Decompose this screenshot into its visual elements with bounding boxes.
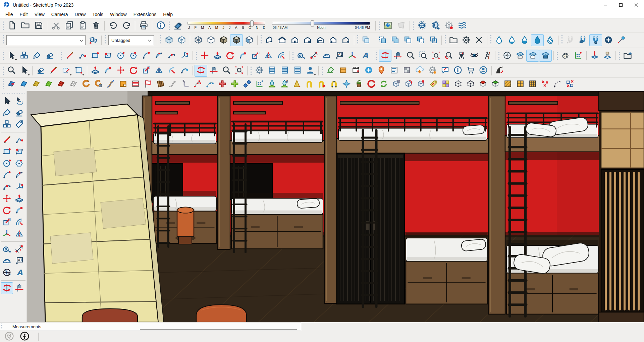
plugin-table-button[interactable] xyxy=(129,79,142,90)
quick-zoom-2-button[interactable] xyxy=(220,65,233,77)
undo-button[interactable] xyxy=(106,19,120,32)
measurements-input[interactable] xyxy=(140,324,297,330)
plugin-hatch-square-button[interactable] xyxy=(501,79,514,90)
follow-me-tool-button[interactable] xyxy=(236,50,249,62)
bezier-tool-button[interactable] xyxy=(178,65,191,77)
rotated-rectangle-tool-button[interactable] xyxy=(102,50,114,62)
help-info-button[interactable] xyxy=(451,65,464,77)
freehand-tool-palette-button[interactable] xyxy=(13,134,25,146)
toolbar-drag-handle[interactable] xyxy=(2,66,4,76)
quick-push-pull-button[interactable] xyxy=(89,65,102,77)
add-item-button[interactable] xyxy=(362,65,375,77)
plugin-cube-top-green-button[interactable] xyxy=(489,79,501,90)
rectangle-tool-palette-button[interactable] xyxy=(1,146,13,158)
rectangle-tool-button[interactable] xyxy=(89,50,102,62)
plugin-box-arrow-button[interactable] xyxy=(390,79,402,90)
item-list-button[interactable] xyxy=(388,65,400,77)
section-display-toggle-button[interactable] xyxy=(526,50,539,62)
cloud-download-button[interactable] xyxy=(413,65,426,77)
plugin-points-blue-button[interactable] xyxy=(204,79,216,90)
shadow-date-slider[interactable]: JFMAMJJASOND xyxy=(187,22,266,30)
pie-tool-button[interactable] xyxy=(178,50,191,62)
sandbox-smoove-button[interactable] xyxy=(588,50,601,62)
toolbar-drag-handle[interactable] xyxy=(292,51,294,61)
layers-panel-1-button[interactable] xyxy=(266,65,278,77)
quick-rotate-button[interactable] xyxy=(127,65,140,77)
section-plane-tool-button[interactable] xyxy=(514,50,526,62)
plugin-loop-points-button[interactable] xyxy=(328,79,340,90)
date-slider-thumb[interactable] xyxy=(250,20,254,26)
zoom-extents-tool-button[interactable] xyxy=(430,50,442,62)
close-tool-button[interactable] xyxy=(473,34,485,46)
pan-tool-button[interactable] xyxy=(391,50,404,62)
extension-tool-4-button[interactable] xyxy=(455,19,469,32)
plugin-recycle-button[interactable] xyxy=(377,79,390,90)
eraser-tool-button[interactable] xyxy=(43,50,56,62)
plugin-pipe-button[interactable] xyxy=(166,79,179,90)
lasso-select-tool-palette-button[interactable] xyxy=(13,95,25,107)
style-hidden-line-button[interactable] xyxy=(205,34,217,46)
text-tool-button[interactable]: A1 xyxy=(333,50,346,62)
extension-tool-2-button[interactable] xyxy=(429,19,442,32)
3d-text-tool-palette-button[interactable]: A xyxy=(13,267,25,279)
toolbar-drag-handle[interactable] xyxy=(2,21,4,31)
move-tool-button[interactable] xyxy=(198,50,211,62)
menu-item-draw[interactable]: Draw xyxy=(71,11,89,18)
quick-eraser-button[interactable] xyxy=(34,65,47,77)
scenes-combobox[interactable] xyxy=(6,35,86,45)
tape-measure-tool-button[interactable] xyxy=(295,50,308,62)
minimize-button[interactable] xyxy=(598,0,613,10)
follow-me-tool-palette-button[interactable] xyxy=(13,205,25,216)
scale-tool-button[interactable] xyxy=(249,50,262,62)
axes-tool-palette-button[interactable] xyxy=(1,228,13,240)
extension-tool-1-button[interactable] xyxy=(415,19,429,32)
line-tool-button[interactable] xyxy=(63,50,76,62)
copy-button[interactable] xyxy=(62,19,76,32)
snap-cloud-button[interactable] xyxy=(577,34,589,46)
toolbar-drag-handle[interactable] xyxy=(490,35,492,45)
account-avatar-button[interactable] xyxy=(477,65,490,77)
plugin-box-paint-button[interactable] xyxy=(415,79,427,90)
credits-info-button[interactable] xyxy=(19,332,30,342)
plugin-bend-grid-button[interactable] xyxy=(92,79,104,90)
menu-item-help[interactable]: Help xyxy=(160,11,176,18)
make-component-palette-button[interactable] xyxy=(1,119,13,130)
rotate-tool-palette-button[interactable] xyxy=(1,205,13,216)
eraser-tool-palette-button[interactable] xyxy=(13,107,25,119)
plugin-weld-red-button[interactable] xyxy=(216,79,228,90)
offset-tool-button[interactable] xyxy=(275,50,287,62)
make-component-button[interactable] xyxy=(18,50,31,62)
offset-tool-palette-button[interactable] xyxy=(13,216,25,228)
view-front-button[interactable] xyxy=(288,34,301,46)
opacity-pattern-button[interactable] xyxy=(544,34,556,46)
plugin-points-red-button[interactable] xyxy=(191,79,204,90)
style-xray-button[interactable] xyxy=(163,34,175,46)
look-around-tool-button[interactable] xyxy=(468,50,481,62)
dimension-tool-palette-button[interactable] xyxy=(13,243,25,255)
sandbox-stamp-button[interactable] xyxy=(601,50,614,62)
photo-textures-button[interactable] xyxy=(394,19,408,32)
toolbar-drag-handle[interactable] xyxy=(160,35,162,45)
draw-shape-button[interactable] xyxy=(72,65,85,77)
geo-pin-button[interactable] xyxy=(375,65,388,77)
outer-shell-button[interactable] xyxy=(360,34,372,46)
pan-tool-palette-button[interactable] xyxy=(13,282,25,294)
toolbar-drag-handle[interactable] xyxy=(444,35,446,45)
line-tool-palette-button[interactable] xyxy=(1,134,13,146)
toolbar-drag-handle[interactable] xyxy=(250,66,252,76)
quick-select-button[interactable] xyxy=(18,65,31,77)
view-iso-button[interactable] xyxy=(263,34,276,46)
protractor-tool-palette-button[interactable] xyxy=(1,255,13,267)
plugin-arc-arrow-button[interactable] xyxy=(551,79,564,90)
plugin-split-x-button[interactable] xyxy=(241,79,253,90)
toolbar-drag-handle[interactable] xyxy=(168,21,170,31)
plugin-drip-button[interactable] xyxy=(266,79,278,90)
arc-tool-palette-button[interactable] xyxy=(1,169,13,181)
node-tool-button[interactable] xyxy=(615,34,628,46)
paint-bucket-palette-button[interactable] xyxy=(1,107,13,119)
quick-move-button[interactable] xyxy=(114,65,127,77)
plugin-star-button[interactable] xyxy=(340,79,353,90)
delete-button[interactable] xyxy=(89,19,103,32)
save-model-button[interactable] xyxy=(32,19,45,32)
plugin-face-green-button[interactable] xyxy=(42,79,55,90)
